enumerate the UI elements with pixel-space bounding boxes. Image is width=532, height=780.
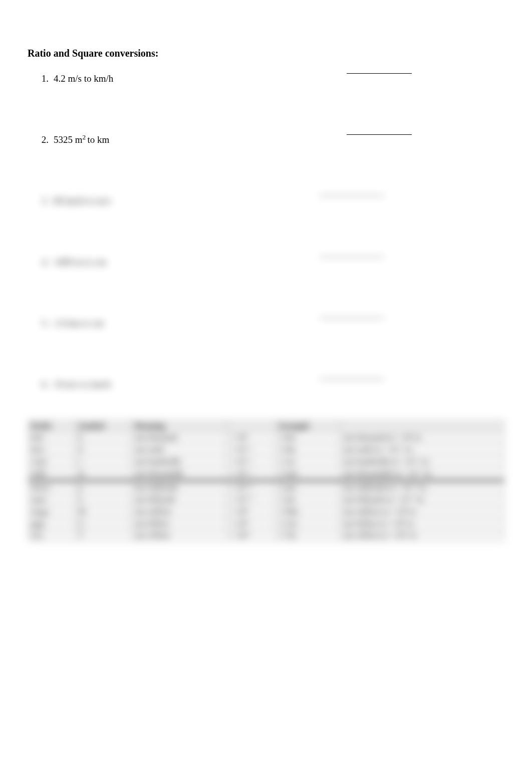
table-cell: × 10⁹ [227,518,276,530]
question-item: 1. 4.2 m/s to km/h [40,73,504,84]
table-cell: c [75,456,131,468]
question-number: 4. [40,257,54,268]
question-number: 2. [40,134,54,145]
table-cell: one trillion [131,530,227,541]
table-row: megaMone million× 10⁶1 Mmone million m =… [28,506,504,518]
question-text-pre: 80 km/h to m/s [54,196,111,206]
table-cell: one billionth m = 10⁻⁹ m [340,494,504,506]
table-cell: one billionth [131,494,227,506]
table-cell: tera [28,530,76,541]
table-cell: 1 km [276,432,340,444]
table-cell: one thousandth m = 10⁻³ m [340,468,504,480]
table-row: decidone tenth× 10⁻¹1 dmone tenth m = 10… [28,444,504,456]
table-header: Example [276,421,340,432]
table-cell: 1 nm [276,494,340,506]
question-text-pre: 19 m/s to km/h [54,379,111,389]
table-cell: giga [28,518,76,530]
table-cell: kilo [28,432,76,444]
table-cell: 1 mm [276,468,340,480]
question-item-blurred: 5. 1.6 km to cm [40,318,504,329]
table-cell: d [75,444,131,456]
question-text: 1400 m to cm [54,257,504,268]
table-cell: 1 cm [276,456,340,468]
table-cell: 1 Gm [276,518,340,530]
table-cell: one million [131,506,227,518]
table-cell: × 10¹² [227,530,276,541]
table-cell: × 10³ [227,432,276,444]
table-cell: one millionth m = 10⁻⁶ m [340,482,504,494]
table-cell: μ [75,482,131,494]
question-number: 6. [40,379,54,390]
question-item: 2. 5325 m2 to km [40,134,504,145]
prefix-table-container: Prefix Symbol Meaning Example kilokone t… [28,420,504,541]
table-row: centicone hundredth× 10⁻²1 cmone hundred… [28,456,504,468]
answer-blank [319,196,384,196]
question-text-post: to km [88,134,110,145]
question-number: 3. [40,196,54,207]
question-text: 4.2 m/s to km/h [54,73,504,84]
table-cell: 1 dm [276,444,340,456]
table-row: microμone millionth× 10⁻⁶1 μmone million… [28,482,504,494]
table-cell: milli [28,468,76,480]
table-cell: 1 Tm [276,530,340,541]
answer-blank [319,257,384,257]
table-cell: one thousand m = 10³ m [340,432,504,444]
table-header [227,421,276,432]
table-header: Prefix [28,421,76,432]
answer-blank [319,379,384,379]
table-cell: 1 μm [276,482,340,494]
table-cell: T [75,530,131,541]
table-cell: one tenth m = 10⁻¹ m [340,444,504,456]
table-header [340,421,504,432]
question-item-blurred: 4. 1400 m to cm [40,257,504,268]
table-cell: one millionth [131,482,227,494]
section-heading: Ratio and Square conversions: [28,48,504,59]
table-cell: one thousand [131,432,227,444]
question-text: 5325 m2 to km [54,134,504,145]
question-text-pre: 1.6 km to cm [54,318,104,328]
question-text: 1.6 km to cm [54,318,504,329]
question-text-pre: 5325 m [54,134,83,145]
table-cell: × 10⁻³ [227,468,276,480]
question-number: 5. [40,318,54,329]
table-cell: 1 Mm [276,506,340,518]
table-cell: centi [28,456,76,468]
question-text: 19 m/s to km/h [54,379,504,390]
table-cell: × 10⁶ [227,506,276,518]
table-cell: one thousandth [131,468,227,480]
table-cell: × 10⁻² [227,456,276,468]
question-item-blurred: 3. 80 km/h to m/s [40,196,504,207]
question-number: 1. [40,73,54,84]
table-cell: one billion [131,518,227,530]
answer-blank[interactable] [347,73,412,74]
table-cell: k [75,432,131,444]
table-cell: M [75,506,131,518]
question-text-pre: 1400 m to cm [54,257,106,267]
table-row: millimone thousandth× 10⁻³1 mmone thousa… [28,468,504,480]
question-item-blurred: 6. 19 m/s to km/h [40,379,504,390]
table-cell: m [75,468,131,480]
table-cell: one hundredth [131,456,227,468]
table-cell: one tenth [131,444,227,456]
answer-blank[interactable] [347,134,412,135]
table-cell: mega [28,506,76,518]
table-row: teraTone trillion× 10¹²1 Tmone trillion … [28,530,504,541]
table-cell: G [75,518,131,530]
table-header: Symbol [75,421,131,432]
table-cell: one million m = 10⁶ m [340,506,504,518]
table-cell: nano [28,494,76,506]
table-header-row: Prefix Symbol Meaning Example [28,421,504,432]
table-cell: one trillion m = 10¹² m [340,530,504,541]
prefix-table: Prefix Symbol Meaning Example kilokone t… [28,420,504,541]
table-cell: one hundredth m = 10⁻² m [340,456,504,468]
table-cell: × 10⁻⁹ [227,494,276,506]
table-cell: micro [28,482,76,494]
table-cell: n [75,494,131,506]
answer-blank [319,318,384,318]
table-row: kilokone thousand× 10³1 kmone thousand m… [28,432,504,444]
question-text: 80 km/h to m/s [54,196,504,207]
table-cell: one billion m = 10⁹ m [340,518,504,530]
question-text-sup: 2 [83,133,88,141]
table-cell: × 10⁻¹ [227,444,276,456]
question-text-pre: 4.2 m/s to km/h [54,73,113,84]
